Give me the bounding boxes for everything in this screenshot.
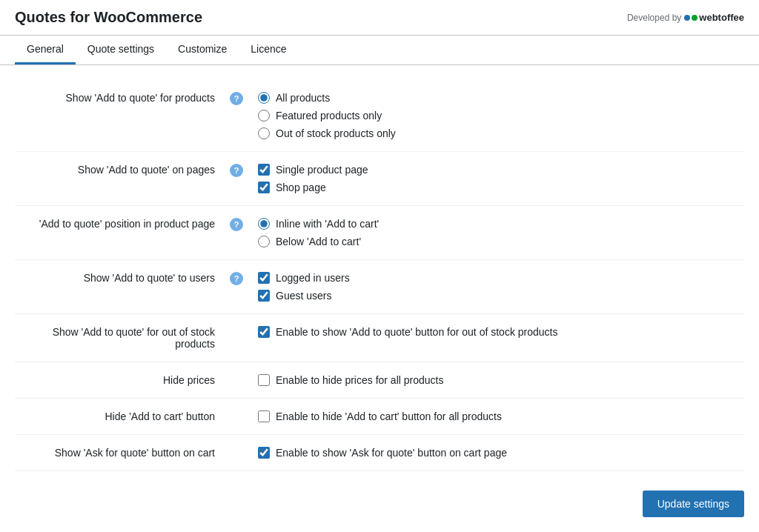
input-out-of-stock-products[interactable] — [258, 127, 270, 139]
input-inline-with-add-to-cart[interactable] — [258, 218, 270, 230]
option-label-featured-products: Featured products only — [276, 110, 382, 122]
control-show-ask-for-quote-cart: Enable to show 'Ask for quote' button on… — [251, 435, 744, 471]
help-icon[interactable]: ? — [230, 92, 243, 105]
settings-content: Show 'Add to quote' for products?All pro… — [0, 65, 759, 531]
radio-group-add-to-quote-position: Inline with 'Add to cart'Below 'Add to c… — [258, 218, 737, 247]
option-label-enable-out-of-stock: Enable to show 'Add to quote' button for… — [276, 326, 557, 338]
help-show-add-to-quote-out-of-stock — [222, 314, 251, 362]
help-show-add-to-quote-products[interactable]: ? — [222, 80, 251, 152]
footer: Update settings — [643, 491, 744, 517]
input-shop-page[interactable] — [258, 182, 270, 193]
option-all-products[interactable]: All products — [258, 92, 737, 104]
help-icon[interactable]: ? — [230, 218, 243, 231]
option-out-of-stock-products[interactable]: Out of stock products only — [258, 127, 737, 139]
help-show-add-to-quote-pages[interactable]: ? — [222, 152, 251, 206]
setting-row-show-add-to-quote-out-of-stock: Show 'Add to quote' for out of stock pro… — [15, 314, 744, 362]
label-show-add-to-quote-out-of-stock: Show 'Add to quote' for out of stock pro… — [15, 314, 222, 362]
update-settings-button[interactable]: Update settings — [643, 491, 744, 517]
control-show-add-to-quote-products: All productsFeatured products onlyOut of… — [251, 80, 744, 152]
control-add-to-quote-position: Inline with 'Add to cart'Below 'Add to c… — [251, 206, 744, 260]
tab-licence[interactable]: Licence — [239, 36, 298, 64]
label-hide-prices: Hide prices — [15, 362, 222, 399]
option-shop-page[interactable]: Shop page — [258, 182, 737, 193]
option-logged-in-users[interactable]: Logged in users — [258, 272, 737, 284]
option-enable-ask-for-quote-cart[interactable]: Enable to show 'Ask for quote' button on… — [258, 447, 737, 459]
control-show-add-to-quote-users: Logged in usersGuest users — [251, 260, 744, 314]
help-icon[interactable]: ? — [230, 164, 243, 177]
help-show-ask-for-quote-cart — [222, 435, 251, 471]
option-label-enable-ask-for-quote-cart: Enable to show 'Ask for quote' button on… — [276, 447, 507, 459]
control-show-add-to-quote-pages: Single product pageShop page — [251, 152, 744, 206]
label-show-ask-for-quote-cart: Show 'Ask for quote' button on cart — [15, 435, 222, 471]
option-label-guest-users: Guest users — [276, 290, 331, 302]
input-enable-ask-for-quote-cart[interactable] — [258, 447, 270, 459]
header: Quotes for WooCommerce Developed by webt… — [0, 0, 759, 36]
option-label-single-product-page: Single product page — [276, 164, 368, 176]
option-guest-users[interactable]: Guest users — [258, 290, 737, 302]
tabs-nav: GeneralQuote settingsCustomizeLicence — [0, 36, 759, 65]
webtoffee-logo: webtoffee — [684, 12, 744, 23]
input-logged-in-users[interactable] — [258, 272, 270, 284]
control-show-add-to-quote-out-of-stock: Enable to show 'Add to quote' button for… — [251, 314, 744, 362]
help-hide-add-to-cart — [222, 399, 251, 435]
checkbox-group-show-add-to-quote-out-of-stock: Enable to show 'Add to quote' button for… — [258, 326, 737, 338]
option-below-add-to-cart[interactable]: Below 'Add to cart' — [258, 236, 737, 247]
help-add-to-quote-position[interactable]: ? — [222, 206, 251, 260]
checkbox-group-show-ask-for-quote-cart: Enable to show 'Ask for quote' button on… — [258, 447, 737, 459]
input-guest-users[interactable] — [258, 290, 270, 302]
logo-dot-blue — [684, 15, 690, 21]
tab-customize[interactable]: Customize — [166, 36, 239, 64]
input-enable-hide-add-to-cart[interactable] — [258, 410, 270, 422]
option-featured-products[interactable]: Featured products only — [258, 110, 737, 122]
help-hide-prices — [222, 362, 251, 399]
radio-group-show-add-to-quote-products: All productsFeatured products onlyOut of… — [258, 92, 737, 139]
label-show-add-to-quote-users: Show 'Add to quote' to users — [15, 260, 222, 314]
label-add-to-quote-position: 'Add to quote' position in product page — [15, 206, 222, 260]
label-hide-add-to-cart: Hide 'Add to cart' button — [15, 399, 222, 435]
option-single-product-page[interactable]: Single product page — [258, 164, 737, 176]
input-all-products[interactable] — [258, 92, 270, 104]
dev-credit: Developed by webtoffee — [627, 12, 744, 32]
checkbox-group-show-add-to-quote-pages: Single product pageShop page — [258, 164, 737, 193]
setting-row-show-add-to-quote-users: Show 'Add to quote' to users?Logged in u… — [15, 260, 744, 314]
option-enable-hide-add-to-cart[interactable]: Enable to hide 'Add to cart' button for … — [258, 410, 737, 422]
option-inline-with-add-to-cart[interactable]: Inline with 'Add to cart' — [258, 218, 737, 230]
option-enable-hide-prices[interactable]: Enable to hide prices for all products — [258, 374, 737, 386]
tab-general[interactable]: General — [15, 36, 76, 64]
checkbox-group-show-add-to-quote-users: Logged in usersGuest users — [258, 272, 737, 302]
option-label-shop-page: Shop page — [276, 182, 326, 193]
settings-table: Show 'Add to quote' for products?All pro… — [15, 80, 744, 471]
page-wrapper: Quotes for WooCommerce Developed by webt… — [0, 0, 759, 532]
setting-row-add-to-quote-position: 'Add to quote' position in product page?… — [15, 206, 744, 260]
option-label-below-add-to-cart: Below 'Add to cart' — [276, 236, 361, 247]
help-show-add-to-quote-users[interactable]: ? — [222, 260, 251, 314]
label-show-add-to-quote-pages: Show 'Add to quote' on pages — [15, 152, 222, 206]
option-label-out-of-stock-products: Out of stock products only — [276, 127, 396, 139]
input-featured-products[interactable] — [258, 110, 270, 122]
page-title: Quotes for WooCommerce — [15, 9, 202, 35]
checkbox-group-hide-prices: Enable to hide prices for all products — [258, 374, 737, 386]
input-below-add-to-cart[interactable] — [258, 236, 270, 247]
control-hide-add-to-cart: Enable to hide 'Add to cart' button for … — [251, 399, 744, 435]
setting-row-hide-add-to-cart: Hide 'Add to cart' buttonEnable to hide … — [15, 399, 744, 435]
setting-row-show-add-to-quote-pages: Show 'Add to quote' on pages?Single prod… — [15, 152, 744, 206]
help-icon[interactable]: ? — [230, 272, 243, 285]
option-label-enable-hide-add-to-cart: Enable to hide 'Add to cart' button for … — [276, 410, 502, 422]
control-hide-prices: Enable to hide prices for all products — [251, 362, 744, 399]
logo-text: webtoffee — [699, 12, 744, 23]
input-enable-out-of-stock[interactable] — [258, 326, 270, 338]
option-enable-out-of-stock[interactable]: Enable to show 'Add to quote' button for… — [258, 326, 737, 338]
input-single-product-page[interactable] — [258, 164, 270, 176]
setting-row-show-ask-for-quote-cart: Show 'Ask for quote' button on cartEnabl… — [15, 435, 744, 471]
tab-quote-settings[interactable]: Quote settings — [76, 36, 166, 64]
option-label-inline-with-add-to-cart: Inline with 'Add to cart' — [276, 218, 379, 230]
checkbox-group-hide-add-to-cart: Enable to hide 'Add to cart' button for … — [258, 410, 737, 422]
setting-row-show-add-to-quote-products: Show 'Add to quote' for products?All pro… — [15, 80, 744, 152]
option-label-logged-in-users: Logged in users — [276, 272, 350, 284]
option-label-enable-hide-prices: Enable to hide prices for all products — [276, 374, 443, 386]
input-enable-hide-prices[interactable] — [258, 374, 270, 386]
option-label-all-products: All products — [276, 92, 330, 104]
setting-row-hide-prices: Hide pricesEnable to hide prices for all… — [15, 362, 744, 399]
developed-by-text: Developed by — [627, 13, 681, 23]
label-show-add-to-quote-products: Show 'Add to quote' for products — [15, 80, 222, 152]
